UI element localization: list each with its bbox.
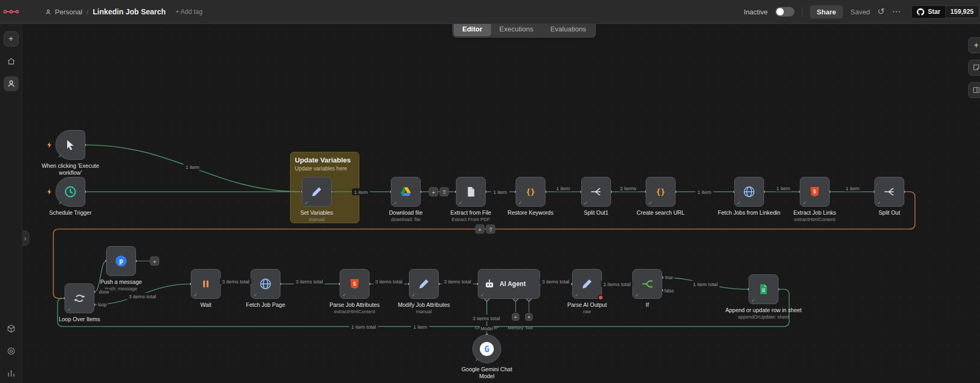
connection-add-node-button[interactable]: + bbox=[429, 188, 438, 197]
github-star-widget[interactable]: Star 159,925 bbox=[911, 5, 979, 19]
sidebar-item-personal[interactable] bbox=[4, 76, 19, 91]
node-restore-keywords[interactable]: {} ✓ Restore Keywords bbox=[516, 177, 545, 207]
edge-label: 1 item bbox=[491, 189, 509, 195]
add-tag-button[interactable]: + Add tag bbox=[175, 8, 203, 15]
home-icon bbox=[6, 56, 16, 66]
node-schedule-trigger[interactable]: ✓ Schedule Trigger bbox=[55, 177, 85, 207]
code-braces-icon: {} bbox=[524, 185, 537, 199]
svg-text:p: p bbox=[119, 257, 123, 265]
success-check-icon: ✓ bbox=[67, 307, 71, 312]
node-parse-ai-output[interactable]: ✓ Parse AI Outputraw bbox=[572, 269, 602, 299]
trash-icon bbox=[441, 189, 447, 194]
n8n-logo-icon bbox=[3, 8, 19, 15]
node-ai-agent[interactable]: AI Agent ✓ bbox=[478, 269, 540, 299]
create-new-button[interactable]: + bbox=[4, 31, 19, 46]
node-extract-job-links[interactable]: 5 ✓ Extract Job LinksextractHtmlContent bbox=[800, 177, 830, 207]
success-check-icon: ✓ bbox=[518, 200, 523, 206]
node-wait[interactable]: ✓ Wait bbox=[191, 269, 221, 299]
pushover-icon: p bbox=[114, 254, 128, 268]
success-check-icon: ✓ bbox=[412, 292, 416, 298]
node-split-out[interactable]: ✓ Split Out bbox=[874, 177, 904, 207]
edge-label: 1 item bbox=[774, 185, 792, 192]
node-create-search-url[interactable]: {} ✓ Create search URL bbox=[646, 177, 676, 207]
node-google-gemini-chat-model[interactable]: G ✓ Google Gemini Chat Model bbox=[472, 335, 501, 363]
clock-icon bbox=[63, 185, 77, 199]
edge-label: 1 item bbox=[695, 189, 713, 195]
n8n-logo[interactable] bbox=[0, 8, 22, 15]
tool-port-stub: + bbox=[525, 313, 533, 321]
history-button[interactable]: ↺ bbox=[878, 7, 885, 16]
breadcrumb: Personal / Linkedin Job Search + Add tag bbox=[45, 7, 203, 16]
project-name: Personal bbox=[55, 8, 82, 16]
active-toggle[interactable] bbox=[775, 7, 794, 17]
node-label: Push a messagepush: message bbox=[81, 279, 161, 291]
tab-evaluations[interactable]: Evaluations bbox=[542, 24, 595, 36]
google-gemini-icon: G bbox=[479, 341, 495, 357]
top-bar: Personal / Linkedin Job Search + Add tag… bbox=[0, 0, 980, 24]
node-modify-job-attributes[interactable]: ✓ Modify Job Attributesmanual bbox=[409, 269, 439, 299]
node-append-or-update-row-in-sheet[interactable]: ✓ Append or update row in sheetappendOrU… bbox=[749, 274, 778, 304]
success-check-icon: ✓ bbox=[393, 200, 398, 206]
n8n-app: Personal / Linkedin Job Search + Add tag… bbox=[0, 0, 980, 383]
node-download-file[interactable]: ✓ Download filedownload: file bbox=[391, 177, 421, 207]
success-check-icon: ✓ bbox=[253, 292, 258, 298]
success-check-icon: ✓ bbox=[58, 153, 62, 159]
if-branch-icon bbox=[640, 277, 654, 291]
success-check-icon: ✓ bbox=[475, 357, 479, 362]
node-push-a-message[interactable]: p Push a messagepush: message bbox=[106, 246, 136, 276]
loop-icon bbox=[73, 291, 86, 305]
workflow-title[interactable]: Linkedin Job Search bbox=[93, 7, 166, 16]
robot-icon bbox=[484, 278, 495, 290]
workflow-canvas[interactable]: Editor Executions Evaluations + › bbox=[22, 24, 980, 383]
node-label: Set Variablesmanual bbox=[277, 209, 357, 222]
node-when-clicking-execute-workflow[interactable]: ✓ When clicking 'Execute workflow' bbox=[55, 130, 85, 160]
add-node-button[interactable]: + bbox=[968, 37, 980, 53]
google-drive-icon bbox=[399, 185, 412, 198]
success-check-icon: ✓ bbox=[648, 200, 653, 206]
more-options-button[interactable]: ⋯ bbox=[892, 7, 901, 16]
success-check-icon: ✓ bbox=[635, 292, 639, 298]
file-icon bbox=[464, 185, 477, 198]
node-extract-from-file[interactable]: ✓ Extract from FileExtract From PDF bbox=[456, 177, 486, 207]
add-sticky-note-button[interactable] bbox=[968, 60, 980, 76]
sidebar-item-home[interactable] bbox=[4, 54, 19, 69]
output-stub: + bbox=[150, 257, 159, 266]
success-check-icon: ✓ bbox=[58, 200, 62, 206]
code-braces-icon: {} bbox=[654, 185, 668, 199]
node-label: Create search URL bbox=[621, 209, 701, 217]
success-check-icon: ✓ bbox=[877, 200, 881, 206]
edge-label: 1 item bbox=[183, 164, 202, 170]
tab-editor[interactable]: Editor bbox=[454, 24, 491, 36]
add-connected-node-button[interactable]: + bbox=[150, 257, 159, 266]
node-set-variables[interactable]: ✓ Set Variablesmanual bbox=[302, 177, 332, 207]
left-sidebar: + bbox=[0, 24, 22, 383]
sidebar-item-help[interactable] bbox=[4, 344, 19, 358]
share-button[interactable]: Share bbox=[810, 5, 843, 19]
add-tool-button[interactable]: + bbox=[525, 313, 533, 321]
cursor-icon bbox=[64, 138, 77, 151]
edge-label: 3 items total bbox=[441, 278, 473, 285]
breadcrumb-project[interactable]: Personal bbox=[45, 8, 82, 16]
toggle-panel-button[interactable] bbox=[968, 82, 980, 98]
agent-port-tool-label: Tool bbox=[525, 325, 533, 330]
toggle-knob bbox=[776, 8, 784, 15]
success-check-icon: ✓ bbox=[459, 200, 463, 206]
tab-executions[interactable]: Executions bbox=[491, 24, 542, 36]
add-memory-button[interactable]: + bbox=[512, 313, 519, 321]
node-fetch-jobs-from-linkedin[interactable]: ✓ Fetch Jobs from Linkedin bbox=[734, 177, 764, 207]
node-fetch-job-page[interactable]: ✓ Fetch Job Page bbox=[251, 269, 280, 299]
connection-delete-button[interactable] bbox=[440, 188, 449, 197]
edge-label: 3 items total bbox=[126, 293, 158, 300]
sidebar-item-templates[interactable] bbox=[4, 321, 19, 336]
connection-delete-button[interactable] bbox=[486, 225, 495, 234]
expand-sidebar-button[interactable]: › bbox=[22, 231, 29, 246]
sidebar-item-insights[interactable] bbox=[4, 366, 19, 381]
github-star-label: Star bbox=[928, 8, 940, 15]
edge-label: 3 items total bbox=[220, 278, 251, 285]
github-icon bbox=[917, 8, 925, 16]
node-split-out1[interactable]: ✓ Split Out1 bbox=[581, 177, 611, 207]
bar-chart-icon bbox=[6, 369, 16, 378]
node-if[interactable]: ✓ If bbox=[632, 269, 662, 299]
connection-add-node-button[interactable]: + bbox=[476, 225, 485, 234]
node-parse-job-attributes[interactable]: 5 ✓ Parse Job AttributesextractHtmlConte… bbox=[340, 269, 369, 299]
